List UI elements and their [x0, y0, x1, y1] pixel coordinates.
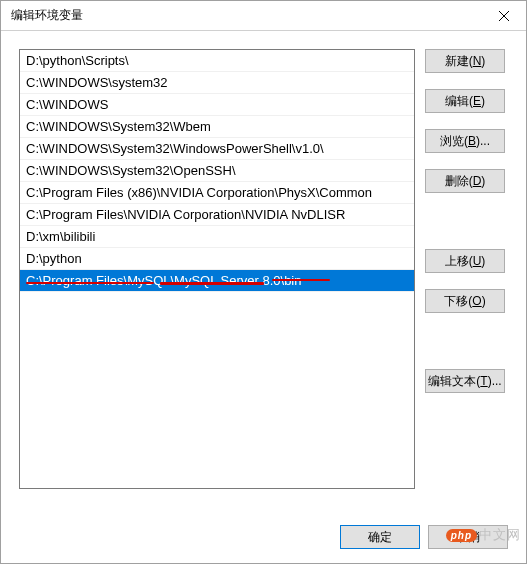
list-item[interactable]: C:\Program Files (x86)\NVIDIA Corporatio… [20, 182, 414, 204]
list-item[interactable]: C:\WINDOWS\System32\Wbem [20, 116, 414, 138]
titlebar: 编辑环境变量 [1, 1, 526, 31]
close-button[interactable] [481, 1, 526, 31]
annotation-underline [272, 279, 330, 281]
move-down-button[interactable]: 下移(O) [425, 289, 505, 313]
list-item[interactable]: D:\python [20, 248, 414, 270]
list-item[interactable]: C:\WINDOWS\System32\OpenSSH\ [20, 160, 414, 182]
close-icon [499, 11, 509, 21]
path-listbox[interactable]: D:\python\Scripts\C:\WINDOWS\system32C:\… [19, 49, 415, 489]
edit-text-button-label: 编辑文本( [428, 373, 480, 390]
move-up-button-label: 上移( [445, 253, 473, 270]
dialog-window: 编辑环境变量 D:\python\Scripts\C:\WINDOWS\syst… [0, 0, 527, 564]
delete-button-label: 删除( [445, 173, 473, 190]
list-item[interactable]: C:\Program Files\MySQL\MySQL Server 8.0\… [20, 270, 414, 292]
list-item[interactable]: D:\python\Scripts\ [20, 50, 414, 72]
main-row: D:\python\Scripts\C:\WINDOWS\system32C:\… [19, 49, 508, 505]
side-button-column: 新建(N) 编辑(E) 浏览(B)... 删除(D) 上移(U) [425, 49, 505, 505]
cancel-button[interactable]: 取消 [428, 525, 508, 549]
list-item[interactable]: C:\WINDOWS\System32\WindowsPowerShell\v1… [20, 138, 414, 160]
window-title: 编辑环境变量 [11, 7, 83, 24]
edit-button-label: 编辑( [445, 93, 473, 110]
new-button[interactable]: 新建(N) [425, 49, 505, 73]
ok-button[interactable]: 确定 [340, 525, 420, 549]
annotation-underline [160, 282, 264, 285]
new-button-label: 新建( [445, 53, 473, 70]
dialog-footer: 确定 取消 [1, 515, 526, 563]
move-down-button-label: 下移( [444, 293, 472, 310]
list-item[interactable]: D:\xm\bilibili [20, 226, 414, 248]
list-item[interactable]: C:\Program Files\NVIDIA Corporation\NVID… [20, 204, 414, 226]
browse-button[interactable]: 浏览(B)... [425, 129, 505, 153]
edit-button[interactable]: 编辑(E) [425, 89, 505, 113]
content-area: D:\python\Scripts\C:\WINDOWS\system32C:\… [1, 31, 526, 515]
delete-button[interactable]: 删除(D) [425, 169, 505, 193]
list-item[interactable]: C:\WINDOWS [20, 94, 414, 116]
browse-button-label: 浏览( [440, 133, 468, 150]
edit-text-button[interactable]: 编辑文本(T)... [425, 369, 505, 393]
annotation-underline [26, 282, 154, 284]
list-item[interactable]: C:\WINDOWS\system32 [20, 72, 414, 94]
move-up-button[interactable]: 上移(U) [425, 249, 505, 273]
